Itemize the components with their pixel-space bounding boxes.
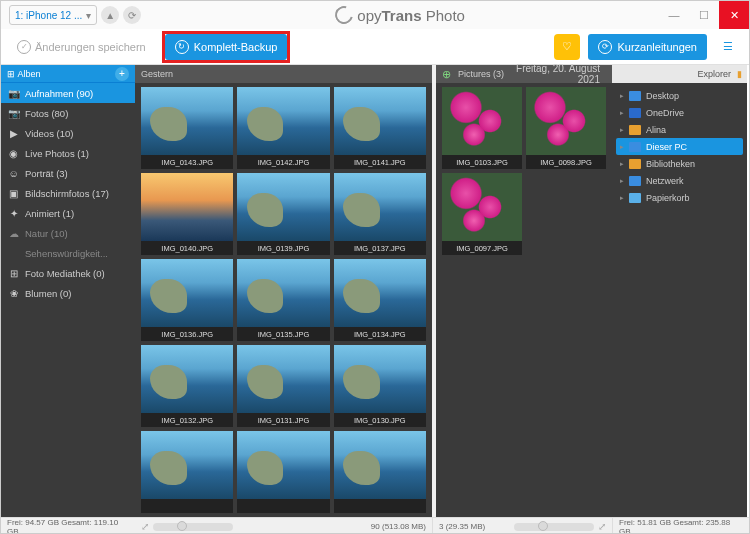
photo-thumbnail[interactable]: IMG_0131.JPG: [237, 345, 329, 427]
sidebar-item[interactable]: ✦Animiert (1): [1, 203, 135, 223]
add-album-button[interactable]: +: [115, 67, 129, 81]
status-device-free: Frei: 94.57 GB Gesamt: 119.10 GB: [1, 518, 135, 534]
photo-thumbnail[interactable]: IMG_0097.JPG: [442, 173, 522, 255]
thumbnail-image: [237, 173, 329, 241]
sidebar-tab-albums[interactable]: ⊞ Alben +: [1, 65, 135, 83]
tree-label: Alina: [646, 125, 666, 135]
tree-chevron-icon: ▸: [620, 160, 624, 168]
expand-icon[interactable]: ⤢: [598, 521, 606, 532]
thumbnail-image: [141, 87, 233, 155]
minimize-button[interactable]: —: [659, 1, 689, 29]
sidebar-item-label: Fotos (80): [25, 108, 68, 119]
highlight-box: ↻ Komplett-Backup: [162, 31, 291, 63]
sidebar-item-label: Bildschirmfotos (17): [25, 188, 109, 199]
sidebar-item[interactable]: ▶Videos (10): [1, 123, 135, 143]
explorer-tab[interactable]: Explorer ▮: [612, 65, 747, 83]
device-dropdown[interactable]: 1: iPhone 12 ... ▾: [9, 5, 97, 25]
tree-chevron-icon: ▸: [620, 177, 624, 185]
sidebar-item[interactable]: ❀Blumen (0): [1, 283, 135, 303]
sidebar-item[interactable]: ⊞Foto Mediathek (0): [1, 263, 135, 283]
photo-thumbnail[interactable]: IMG_0132.JPG: [141, 345, 233, 427]
thumbnail-label: IMG_0103.JPG: [442, 155, 522, 169]
sidebar-item[interactable]: 📷Fotos (80): [1, 103, 135, 123]
sidebar-item-icon: ◉: [7, 148, 20, 159]
tree-label: Papierkorb: [646, 193, 690, 203]
sidebar-item[interactable]: ☁Natur (10): [1, 223, 135, 243]
refresh-icon[interactable]: ⟳: [123, 6, 141, 24]
close-button[interactable]: ✕: [719, 1, 749, 29]
photo-thumbnail[interactable]: IMG_0141.JPG: [334, 87, 426, 169]
thumbnail-image: [526, 87, 606, 155]
tips-button[interactable]: ♡: [554, 34, 580, 60]
photo-thumbnail[interactable]: [237, 431, 329, 513]
quick-guides-button[interactable]: ⟳ Kurzanleitungen: [588, 34, 707, 60]
thumbnail-label: [141, 499, 233, 513]
device-panel: Gestern IMG_0143.JPGIMG_0142.JPGIMG_0141…: [135, 65, 432, 517]
photo-thumbnail[interactable]: IMG_0134.JPG: [334, 259, 426, 341]
photo-thumbnail[interactable]: [334, 431, 426, 513]
tree-node[interactable]: ▸Netzwerk: [616, 172, 743, 189]
sidebar-item[interactable]: ◉Live Photos (1): [1, 143, 135, 163]
folder-icon: [629, 108, 641, 118]
tree-node[interactable]: ▸Bibliotheken: [616, 155, 743, 172]
tree-node[interactable]: ▸Desktop: [616, 87, 743, 104]
grid-icon: ⊞: [7, 69, 15, 79]
tree-chevron-icon: ▸: [620, 92, 624, 100]
tree-node[interactable]: ▸OneDrive: [616, 104, 743, 121]
zoom-slider-mid[interactable]: [514, 523, 594, 531]
title-bar: 1: iPhone 12 ... ▾ ▲ ⟳ opyTrans Photo — …: [1, 1, 749, 29]
thumbnail-label: IMG_0143.JPG: [141, 155, 233, 169]
thumbnail-image: [141, 173, 233, 241]
thumbnail-label: [334, 499, 426, 513]
add-icon[interactable]: ⊕: [442, 68, 454, 80]
tree-node[interactable]: ▸Papierkorb: [616, 189, 743, 206]
photo-thumbnail[interactable]: IMG_0143.JPG: [141, 87, 233, 169]
sidebar-item-label: Videos (10): [25, 128, 73, 139]
photo-thumbnail[interactable]: IMG_0139.JPG: [237, 173, 329, 255]
expand-icon[interactable]: ⤢: [141, 521, 149, 532]
zoom-slider-left[interactable]: [153, 523, 233, 531]
sidebar-item[interactable]: 📷Aufnahmen (90): [1, 83, 135, 103]
photo-thumbnail[interactable]: IMG_0098.JPG: [526, 87, 606, 169]
sidebar-item[interactable]: ☺Porträt (3): [1, 163, 135, 183]
sidebar-item[interactable]: ▣Bildschirmfotos (17): [1, 183, 135, 203]
device-label: 1: iPhone 12 ...: [15, 10, 82, 21]
window-controls: — ☐ ✕: [659, 1, 749, 29]
thumbnail-image: [334, 431, 426, 499]
thumbnail-image: [442, 87, 522, 155]
check-circle-icon: ✓: [17, 40, 31, 54]
photo-thumbnail[interactable]: IMG_0142.JPG: [237, 87, 329, 169]
maximize-button[interactable]: ☐: [689, 1, 719, 29]
tree-node[interactable]: ▸Dieser PC: [616, 138, 743, 155]
photo-thumbnail[interactable]: IMG_0137.JPG: [334, 173, 426, 255]
photo-thumbnail[interactable]: IMG_0130.JPG: [334, 345, 426, 427]
sidebar-item-label: Animiert (1): [25, 208, 74, 219]
thumbnail-image: [237, 431, 329, 499]
thumbnail-label: IMG_0130.JPG: [334, 413, 426, 427]
chevron-down-icon: ▾: [86, 10, 91, 21]
photo-thumbnail[interactable]: IMG_0136.JPG: [141, 259, 233, 341]
thumbnail-label: IMG_0134.JPG: [334, 327, 426, 341]
tree-node[interactable]: ▸Alina: [616, 121, 743, 138]
thumbnail-label: IMG_0136.JPG: [141, 327, 233, 341]
up-icon[interactable]: ▲: [101, 6, 119, 24]
status-bar: Frei: 94.57 GB Gesamt: 119.10 GB ⤢ 90 (5…: [1, 517, 749, 534]
logo-icon: [332, 3, 357, 28]
thumbnail-image: [237, 259, 329, 327]
sidebar-item-label: Live Photos (1): [25, 148, 89, 159]
photo-thumbnail[interactable]: [141, 431, 233, 513]
sidebar-item[interactable]: Sehenswürdigkeit...: [1, 243, 135, 263]
sidebar-item-label: Aufnahmen (90): [25, 88, 93, 99]
folder-icon: [629, 193, 641, 203]
thumbnail-label: IMG_0137.JPG: [334, 241, 426, 255]
thumbnail-image: [237, 87, 329, 155]
thumbnail-label: IMG_0135.JPG: [237, 327, 329, 341]
photo-thumbnail[interactable]: IMG_0103.JPG: [442, 87, 522, 169]
photo-thumbnail[interactable]: IMG_0140.JPG: [141, 173, 233, 255]
menu-button[interactable]: ☰: [715, 34, 741, 60]
photo-thumbnail[interactable]: IMG_0135.JPG: [237, 259, 329, 341]
thumbnail-label: IMG_0142.JPG: [237, 155, 329, 169]
full-backup-button[interactable]: ↻ Komplett-Backup: [165, 34, 288, 60]
save-changes-button[interactable]: ✓ Änderungen speichern: [9, 34, 154, 60]
folder-icon: [629, 159, 641, 169]
